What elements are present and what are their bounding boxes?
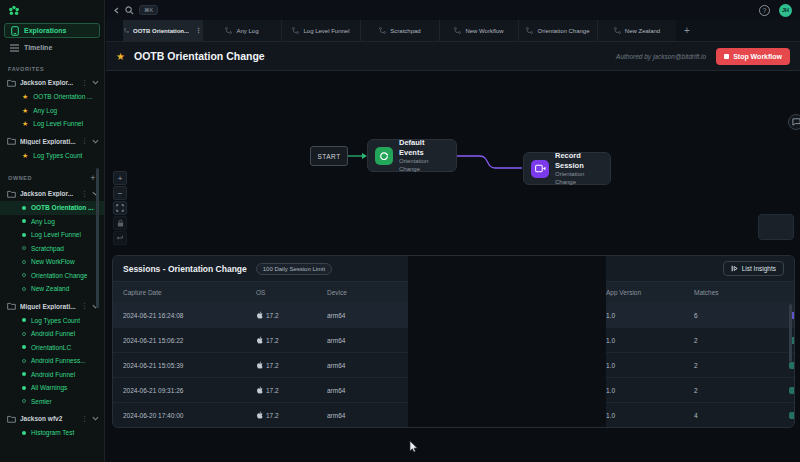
tab-label: New Workflow xyxy=(465,28,503,34)
owned-item[interactable]: Log Types Count xyxy=(0,314,104,328)
folder-icon xyxy=(7,79,16,87)
cell-app-version: 1.0 xyxy=(606,312,694,319)
owned-item[interactable]: Any Log xyxy=(0,215,104,229)
folder-jackson-owned[interactable]: Jackson Explor... ⋮ xyxy=(0,186,104,201)
owned-item[interactable]: All Warnings xyxy=(0,381,104,395)
column-header[interactable]: Device xyxy=(327,289,408,296)
column-header[interactable]: OS xyxy=(256,289,327,296)
cell-capture-date: 2024-06-21 09:31:26 xyxy=(123,387,256,394)
folder-menu-icon[interactable]: ⋮ xyxy=(81,302,88,310)
session-recording-icon[interactable] xyxy=(789,387,796,394)
avatar[interactable]: JH xyxy=(779,4,792,17)
folder-miguel-favorites[interactable]: Miguel Explorati... ⋮ xyxy=(0,134,104,149)
owned-item[interactable]: Log Level Funnel xyxy=(0,228,104,242)
folder-menu-icon[interactable]: ⋮ xyxy=(81,415,88,423)
tab-orientation-change[interactable]: Orientation Change xyxy=(518,20,597,41)
favorite-item[interactable]: ★Log Types Count xyxy=(0,149,104,163)
cell-app-version: 1.0 xyxy=(606,387,694,394)
workflow-canvas[interactable]: START Default Events Orientation Change … xyxy=(106,71,800,462)
exploration-dot-icon xyxy=(22,206,26,210)
feedback-chat-button[interactable] xyxy=(788,114,800,130)
favorite-star-icon[interactable]: ★ xyxy=(116,51,125,62)
owned-item[interactable]: OrientationLC xyxy=(0,341,104,355)
item-label: Log Level Funnel xyxy=(33,120,83,127)
folder-menu-icon[interactable]: ⋮ xyxy=(81,137,88,145)
owned-item[interactable]: Histogram Test xyxy=(0,426,104,440)
owned-item[interactable]: OOTB Orientation ... xyxy=(0,201,104,215)
bitdrift-logo-icon[interactable] xyxy=(8,5,20,17)
folder-menu-icon[interactable]: ⋮ xyxy=(81,79,88,87)
item-label: New Zealand xyxy=(31,285,69,292)
owned-item[interactable]: Orientation Change xyxy=(0,269,104,283)
cell-device: arm64 xyxy=(327,412,408,419)
tab-log-level-funnel[interactable]: Log Level Funnel xyxy=(281,20,360,41)
owned-item[interactable]: New WorkFlow xyxy=(0,255,104,269)
sidebar-item-explorations[interactable]: Explorations xyxy=(4,23,100,38)
cell-capture-date: 2024-06-21 15:05:39 xyxy=(123,362,256,369)
default-events-icon xyxy=(375,147,393,165)
folder-name: Jackson Explor... xyxy=(20,79,77,86)
table-scrollbar[interactable] xyxy=(789,304,792,362)
tab-menu-icon[interactable]: ⋮ xyxy=(195,27,202,35)
stop-workflow-button[interactable]: Stop Workflow xyxy=(716,48,790,65)
help-icon[interactable]: ? xyxy=(759,5,770,16)
default-events-node[interactable]: Default Events Orientation Change xyxy=(367,139,457,172)
tab-new-zealand[interactable]: New Zealand xyxy=(597,20,676,41)
tab-scratchpad[interactable]: Scratchpad xyxy=(360,20,439,41)
session-recording-icon[interactable] xyxy=(789,412,796,419)
list-insights-label: List Insights xyxy=(742,265,776,272)
insights-icon xyxy=(731,265,738,272)
reset-layout-button[interactable] xyxy=(113,231,127,245)
zoom-out-button[interactable]: − xyxy=(113,186,127,200)
owned-item[interactable]: Scratchpad xyxy=(0,242,104,256)
folder-icon xyxy=(7,137,16,145)
folder-jackson-wfv2[interactable]: Jackson wfv2 ⋮ xyxy=(0,411,104,426)
search-input[interactable]: ⌘K xyxy=(125,5,158,15)
cell-device: arm64 xyxy=(327,387,408,394)
tab-any-log[interactable]: Any Log xyxy=(202,20,281,41)
favorite-item[interactable]: ★Any Log xyxy=(0,104,104,118)
favorite-item[interactable]: ★OOTB Orientation ... xyxy=(0,90,104,104)
apple-icon xyxy=(256,311,263,319)
sidebar-item-timeline[interactable]: Timeline xyxy=(4,40,100,55)
fit-view-button[interactable] xyxy=(113,201,127,215)
canvas-minimap[interactable] xyxy=(758,214,794,240)
column-header[interactable]: App Version xyxy=(606,289,694,296)
cell-matches: 2 xyxy=(694,362,782,369)
tab-new-workflow[interactable]: New Workflow xyxy=(439,20,518,41)
session-recording-icon[interactable] xyxy=(789,362,796,369)
chevron-down-icon[interactable] xyxy=(92,80,99,85)
owned-item[interactable]: Semler xyxy=(0,395,104,409)
owned-item[interactable]: New Zealand xyxy=(0,282,104,296)
column-header[interactable]: Matches xyxy=(694,289,782,296)
collapse-sidebar-icon[interactable] xyxy=(114,7,119,14)
list-insights-button[interactable]: List Insights xyxy=(723,261,784,276)
table-row[interactable]: 2024-06-20 17:40:00 17.2 arm64 io.bitdri… xyxy=(113,402,794,427)
chevron-down-icon[interactable] xyxy=(92,139,99,144)
owned-item[interactable]: Android Funnel xyxy=(0,327,104,341)
column-header[interactable]: Capture Date xyxy=(123,289,256,296)
favorite-item[interactable]: ★Log Level Funnel xyxy=(0,117,104,131)
folder-menu-icon[interactable]: ⋮ xyxy=(81,190,88,198)
cell-os: 17.2 xyxy=(256,311,327,319)
owned-item[interactable]: Android Funness... xyxy=(0,354,104,368)
sidebar-scrollbar[interactable] xyxy=(96,168,99,308)
folder-jackson-favorites[interactable]: Jackson Explor... ⋮ xyxy=(0,75,104,90)
zoom-in-button[interactable]: + xyxy=(113,171,127,185)
add-tab-button[interactable]: + xyxy=(676,20,698,41)
folder-name: Jackson wfv2 xyxy=(20,415,77,422)
node-subtitle: Orientation Change xyxy=(399,158,447,172)
folder-miguel-owned[interactable]: Miguel Explorati... ⋮ xyxy=(0,299,104,314)
apple-icon xyxy=(256,411,263,419)
chevron-down-icon[interactable] xyxy=(92,416,99,421)
owned-item[interactable]: Android Funnel xyxy=(0,368,104,382)
record-session-node[interactable]: Record Session Orientation Change xyxy=(523,152,611,185)
cell-device: arm64 xyxy=(327,362,408,369)
favorites-section-label: FAVORITES xyxy=(8,66,96,72)
cell-matches: 4 xyxy=(694,412,782,419)
lock-button[interactable] xyxy=(113,216,127,230)
start-node[interactable]: START xyxy=(310,146,348,166)
tab-ootb-orientation[interactable]: OOTB Orientation... ⋮ xyxy=(123,20,202,41)
search-shortcut-badge: ⌘K xyxy=(139,5,158,15)
workflow-icon xyxy=(379,27,386,34)
